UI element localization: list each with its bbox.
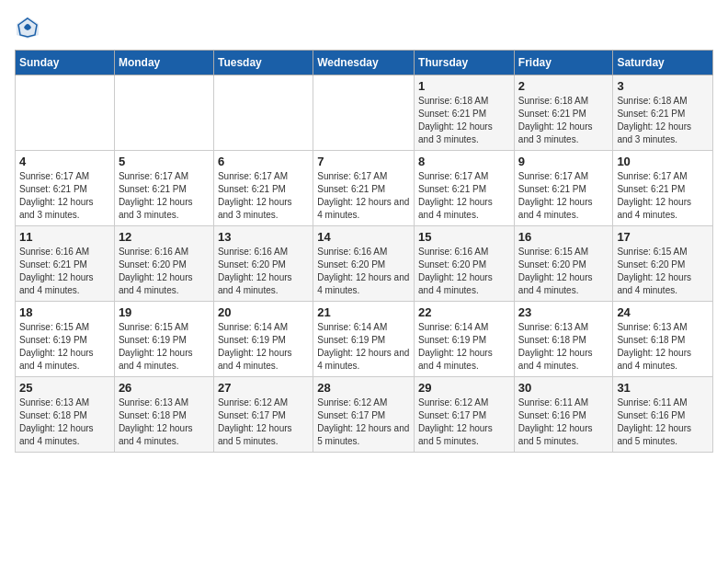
- calendar-cell: 2Sunrise: 6:18 AMSunset: 6:21 PMDaylight…: [514, 75, 613, 151]
- day-info: Sunrise: 6:12 AMSunset: 6:17 PMDaylight:…: [218, 396, 309, 448]
- day-info: Sunrise: 6:14 AMSunset: 6:19 PMDaylight:…: [418, 321, 510, 373]
- day-info: Sunrise: 6:12 AMSunset: 6:17 PMDaylight:…: [418, 396, 510, 448]
- weekday-header-row: SundayMondayTuesdayWednesdayThursdayFrid…: [16, 51, 713, 75]
- day-info: Sunrise: 6:13 AMSunset: 6:18 PMDaylight:…: [19, 396, 110, 448]
- calendar-cell: 20Sunrise: 6:14 AMSunset: 6:19 PMDayligh…: [213, 302, 313, 377]
- day-info: Sunrise: 6:16 AMSunset: 6:20 PMDaylight:…: [317, 246, 410, 297]
- day-number: 2: [518, 79, 609, 93]
- day-info: Sunrise: 6:16 AMSunset: 6:21 PMDaylight:…: [19, 246, 110, 297]
- calendar-cell: 15Sunrise: 6:16 AMSunset: 6:20 PMDayligh…: [415, 226, 515, 302]
- day-info: Sunrise: 6:16 AMSunset: 6:20 PMDaylight:…: [418, 246, 510, 297]
- day-info: Sunrise: 6:15 AMSunset: 6:20 PMDaylight:…: [518, 246, 609, 297]
- calendar-cell: 3Sunrise: 6:18 AMSunset: 6:21 PMDaylight…: [613, 75, 713, 151]
- day-info: Sunrise: 6:14 AMSunset: 6:19 PMDaylight:…: [317, 321, 410, 373]
- day-number: 11: [19, 230, 110, 244]
- day-info: Sunrise: 6:17 AMSunset: 6:21 PMDaylight:…: [317, 170, 410, 222]
- calendar-cell: 30Sunrise: 6:11 AMSunset: 6:16 PMDayligh…: [514, 377, 613, 453]
- calendar-cell: 13Sunrise: 6:16 AMSunset: 6:20 PMDayligh…: [213, 226, 313, 302]
- day-number: 6: [218, 155, 309, 168]
- day-info: Sunrise: 6:18 AMSunset: 6:21 PMDaylight:…: [418, 95, 510, 146]
- calendar-cell: [213, 75, 313, 151]
- calendar-cell: 27Sunrise: 6:12 AMSunset: 6:17 PMDayligh…: [213, 377, 313, 453]
- calendar-cell: 5Sunrise: 6:17 AMSunset: 6:21 PMDaylight…: [114, 151, 213, 226]
- day-number: 13: [218, 230, 309, 244]
- day-number: 21: [317, 305, 410, 319]
- day-info: Sunrise: 6:16 AMSunset: 6:20 PMDaylight:…: [218, 246, 309, 297]
- day-info: Sunrise: 6:11 AMSunset: 6:16 PMDaylight:…: [518, 396, 609, 448]
- weekday-header-thursday: Thursday: [415, 51, 515, 75]
- calendar-cell: 7Sunrise: 6:17 AMSunset: 6:21 PMDaylight…: [313, 151, 415, 226]
- calendar-week-row: 4Sunrise: 6:17 AMSunset: 6:21 PMDaylight…: [16, 151, 713, 226]
- day-number: 9: [518, 155, 609, 168]
- day-info: Sunrise: 6:13 AMSunset: 6:18 PMDaylight:…: [518, 321, 609, 373]
- day-number: 27: [218, 381, 309, 395]
- day-number: 19: [119, 305, 210, 319]
- calendar-table: SundayMondayTuesdayWednesdayThursdayFrid…: [15, 50, 713, 453]
- day-number: 28: [317, 381, 410, 395]
- day-number: 20: [218, 305, 309, 319]
- calendar-cell: 19Sunrise: 6:15 AMSunset: 6:19 PMDayligh…: [114, 302, 213, 377]
- weekday-header-saturday: Saturday: [613, 51, 713, 75]
- calendar-week-row: 1Sunrise: 6:18 AMSunset: 6:21 PMDaylight…: [16, 75, 713, 151]
- calendar-cell: 14Sunrise: 6:16 AMSunset: 6:20 PMDayligh…: [313, 226, 415, 302]
- calendar-cell: 25Sunrise: 6:13 AMSunset: 6:18 PMDayligh…: [16, 377, 115, 453]
- logo-icon: [15, 15, 40, 40]
- weekday-header-tuesday: Tuesday: [213, 51, 313, 75]
- weekday-header-sunday: Sunday: [16, 51, 115, 75]
- calendar-cell: 31Sunrise: 6:11 AMSunset: 6:16 PMDayligh…: [613, 377, 713, 453]
- day-info: Sunrise: 6:15 AMSunset: 6:19 PMDaylight:…: [19, 321, 110, 373]
- day-number: 5: [119, 155, 210, 168]
- calendar-cell: 10Sunrise: 6:17 AMSunset: 6:21 PMDayligh…: [613, 151, 713, 226]
- calendar-cell: [313, 75, 415, 151]
- day-number: 25: [19, 381, 110, 395]
- day-info: Sunrise: 6:12 AMSunset: 6:17 PMDaylight:…: [317, 396, 410, 448]
- calendar-cell: 21Sunrise: 6:14 AMSunset: 6:19 PMDayligh…: [313, 302, 415, 377]
- calendar-cell: [16, 75, 115, 151]
- calendar-cell: 11Sunrise: 6:16 AMSunset: 6:21 PMDayligh…: [16, 226, 115, 302]
- calendar-cell: 8Sunrise: 6:17 AMSunset: 6:21 PMDaylight…: [415, 151, 515, 226]
- day-number: 16: [518, 230, 609, 244]
- day-info: Sunrise: 6:18 AMSunset: 6:21 PMDaylight:…: [617, 95, 709, 146]
- calendar-cell: 6Sunrise: 6:17 AMSunset: 6:21 PMDaylight…: [213, 151, 313, 226]
- calendar-cell: 4Sunrise: 6:17 AMSunset: 6:21 PMDaylight…: [16, 151, 115, 226]
- calendar-cell: 28Sunrise: 6:12 AMSunset: 6:17 PMDayligh…: [313, 377, 415, 453]
- day-number: 7: [317, 155, 410, 168]
- calendar-week-row: 25Sunrise: 6:13 AMSunset: 6:18 PMDayligh…: [16, 377, 713, 453]
- day-info: Sunrise: 6:13 AMSunset: 6:18 PMDaylight:…: [617, 321, 709, 373]
- day-number: 14: [317, 230, 410, 244]
- calendar-cell: 22Sunrise: 6:14 AMSunset: 6:19 PMDayligh…: [415, 302, 515, 377]
- day-info: Sunrise: 6:15 AMSunset: 6:19 PMDaylight:…: [119, 321, 210, 373]
- day-number: 4: [19, 155, 110, 168]
- day-number: 1: [418, 79, 510, 93]
- calendar-cell: 29Sunrise: 6:12 AMSunset: 6:17 PMDayligh…: [415, 377, 515, 453]
- day-info: Sunrise: 6:15 AMSunset: 6:20 PMDaylight:…: [617, 246, 709, 297]
- day-number: 18: [19, 305, 110, 319]
- calendar-cell: 9Sunrise: 6:17 AMSunset: 6:21 PMDaylight…: [514, 151, 613, 226]
- calendar-cell: 12Sunrise: 6:16 AMSunset: 6:20 PMDayligh…: [114, 226, 213, 302]
- day-number: 23: [518, 305, 609, 319]
- day-number: 29: [418, 381, 510, 395]
- day-number: 24: [617, 305, 709, 319]
- day-info: Sunrise: 6:11 AMSunset: 6:16 PMDaylight:…: [617, 396, 709, 448]
- day-number: 15: [418, 230, 510, 244]
- calendar-week-row: 18Sunrise: 6:15 AMSunset: 6:19 PMDayligh…: [16, 302, 713, 377]
- day-info: Sunrise: 6:14 AMSunset: 6:19 PMDaylight:…: [218, 321, 309, 373]
- calendar-cell: 16Sunrise: 6:15 AMSunset: 6:20 PMDayligh…: [514, 226, 613, 302]
- calendar-week-row: 11Sunrise: 6:16 AMSunset: 6:21 PMDayligh…: [16, 226, 713, 302]
- day-info: Sunrise: 6:18 AMSunset: 6:21 PMDaylight:…: [518, 95, 609, 146]
- day-info: Sunrise: 6:17 AMSunset: 6:21 PMDaylight:…: [418, 170, 510, 222]
- page-header: [15, 15, 713, 40]
- day-info: Sunrise: 6:17 AMSunset: 6:21 PMDaylight:…: [19, 170, 110, 222]
- day-info: Sunrise: 6:17 AMSunset: 6:21 PMDaylight:…: [218, 170, 309, 222]
- day-info: Sunrise: 6:17 AMSunset: 6:21 PMDaylight:…: [617, 170, 709, 222]
- calendar-cell: 18Sunrise: 6:15 AMSunset: 6:19 PMDayligh…: [16, 302, 115, 377]
- day-number: 22: [418, 305, 510, 319]
- calendar-cell: [114, 75, 213, 151]
- logo: [15, 15, 44, 40]
- weekday-header-friday: Friday: [514, 51, 613, 75]
- calendar-cell: 26Sunrise: 6:13 AMSunset: 6:18 PMDayligh…: [114, 377, 213, 453]
- calendar-cell: 1Sunrise: 6:18 AMSunset: 6:21 PMDaylight…: [415, 75, 515, 151]
- day-info: Sunrise: 6:16 AMSunset: 6:20 PMDaylight:…: [119, 246, 210, 297]
- weekday-header-monday: Monday: [114, 51, 213, 75]
- calendar-cell: 24Sunrise: 6:13 AMSunset: 6:18 PMDayligh…: [613, 302, 713, 377]
